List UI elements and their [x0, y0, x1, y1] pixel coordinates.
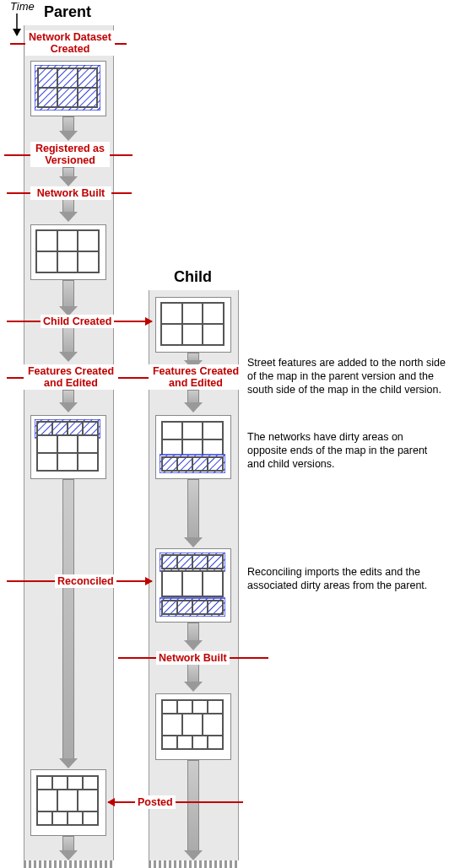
- time-axis-label: Time: [10, 0, 35, 13]
- event-network-built-parent: Network Built: [30, 186, 111, 200]
- child-tile-reconciled-both-dirty: [155, 548, 231, 623]
- parent-tile-clean: [30, 224, 106, 280]
- event-network-dataset-created: Network Dataset Created: [25, 30, 115, 56]
- svg-rect-51: [162, 571, 223, 596]
- parent-lane-fade: [24, 860, 115, 868]
- event-registered-versioned: Registered as Versioned: [30, 142, 110, 167]
- event-child-created: Child Created: [41, 315, 114, 328]
- parent-column-header: Parent: [44, 3, 91, 21]
- child-tile-created-clean: [155, 297, 231, 353]
- event-network-built-child: Network Built: [156, 651, 230, 665]
- child-tile-built-clean: [155, 693, 231, 760]
- time-arrow-icon: [12, 13, 22, 37]
- child-lane-fade: [149, 860, 240, 868]
- note-dirty-areas: The networks have dirty areas on opposit…: [247, 430, 446, 471]
- event-features-edited-child: Features Created and Edited: [149, 364, 243, 390]
- event-posted: Posted: [135, 795, 176, 809]
- event-features-edited-parent: Features Created and Edited: [24, 364, 118, 390]
- note-features-added: Street features are added to the north s…: [247, 356, 446, 396]
- child-column-header: Child: [174, 268, 212, 286]
- parent-tile-posted-result: [30, 769, 106, 836]
- svg-marker-3: [13, 29, 21, 36]
- parent-tile-initial-dirty: [30, 61, 106, 116]
- event-reconciled: Reconciled: [55, 574, 116, 588]
- note-reconcile: Reconciling imports the edits and the as…: [247, 565, 446, 592]
- parent-tile-edited-north-dirty: [30, 415, 106, 479]
- svg-rect-63: [162, 714, 223, 736]
- svg-rect-26: [37, 790, 98, 811]
- child-tile-edited-south-dirty: [155, 415, 231, 479]
